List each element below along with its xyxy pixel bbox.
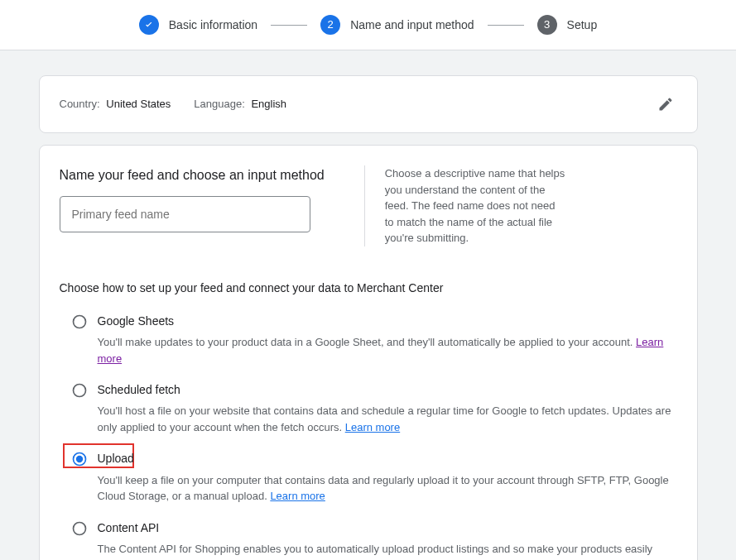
radio-scheduled-fetch[interactable] bbox=[71, 382, 86, 397]
option-label[interactable]: Content API bbox=[98, 519, 677, 536]
svg-point-3 bbox=[75, 456, 82, 462]
step-setup[interactable]: 3 Setup bbox=[537, 15, 598, 35]
option-description: The Content API for Shopping enables you… bbox=[98, 541, 677, 560]
summary-card: Country: United States Language: English bbox=[39, 75, 698, 133]
step-connector bbox=[271, 25, 307, 26]
stepper: Basic information 2 Name and input metho… bbox=[0, 0, 736, 50]
option-label[interactable]: Upload bbox=[98, 450, 677, 467]
step-basic-information[interactable]: Basic information bbox=[139, 15, 257, 35]
svg-point-4 bbox=[73, 522, 85, 534]
content-area: Country: United States Language: English… bbox=[0, 50, 736, 560]
help-text: Choose a descriptive name that helps you… bbox=[364, 165, 566, 246]
option-description: You'll keep a file on your computer that… bbox=[98, 472, 677, 505]
option-google-sheets[interactable]: Google Sheets You'll make updates to you… bbox=[60, 306, 677, 375]
step-label: Basic information bbox=[169, 17, 257, 33]
language-field: Language: English bbox=[194, 97, 286, 112]
svg-point-1 bbox=[73, 385, 85, 397]
step-label: Setup bbox=[567, 17, 598, 33]
feed-name-input[interactable] bbox=[60, 196, 310, 232]
choose-method-title: Choose how to set up your feed and conne… bbox=[60, 280, 677, 296]
option-content-api[interactable]: Content API The Content API for Shopping… bbox=[60, 513, 677, 560]
learn-more-link[interactable]: Learn more bbox=[345, 421, 400, 433]
option-description: You'll host a file on your website that … bbox=[98, 403, 677, 435]
section-title: Name your feed and choose an input metho… bbox=[60, 165, 325, 184]
option-label[interactable]: Google Sheets bbox=[98, 313, 677, 329]
input-method-options: Google Sheets You'll make updates to you… bbox=[60, 306, 677, 560]
summary-values: Country: United States Language: English bbox=[60, 97, 654, 112]
radio-upload[interactable] bbox=[71, 451, 86, 466]
pencil-icon bbox=[657, 96, 674, 112]
step-label: Name and input method bbox=[350, 17, 474, 33]
option-upload[interactable]: Upload You'll keep a file on your comput… bbox=[60, 443, 677, 512]
option-label[interactable]: Scheduled fetch bbox=[98, 381, 677, 398]
learn-more-link[interactable]: Learn more bbox=[270, 490, 325, 502]
svg-point-0 bbox=[73, 315, 85, 328]
main-card: Name your feed and choose an input metho… bbox=[39, 145, 698, 560]
check-icon bbox=[139, 15, 159, 35]
country-field: Country: United States bbox=[60, 97, 171, 112]
step-number-icon: 3 bbox=[537, 15, 557, 35]
step-connector bbox=[488, 25, 524, 26]
option-description: You'll make updates to your product data… bbox=[98, 334, 677, 366]
option-scheduled-fetch[interactable]: Scheduled fetch You'll host a file on yo… bbox=[60, 375, 677, 443]
radio-content-api[interactable] bbox=[71, 520, 86, 535]
radio-google-sheets[interactable] bbox=[71, 314, 86, 328]
step-name-input-method[interactable]: 2 Name and input method bbox=[320, 15, 474, 35]
edit-button[interactable] bbox=[654, 93, 677, 116]
step-number-icon: 2 bbox=[320, 15, 340, 35]
